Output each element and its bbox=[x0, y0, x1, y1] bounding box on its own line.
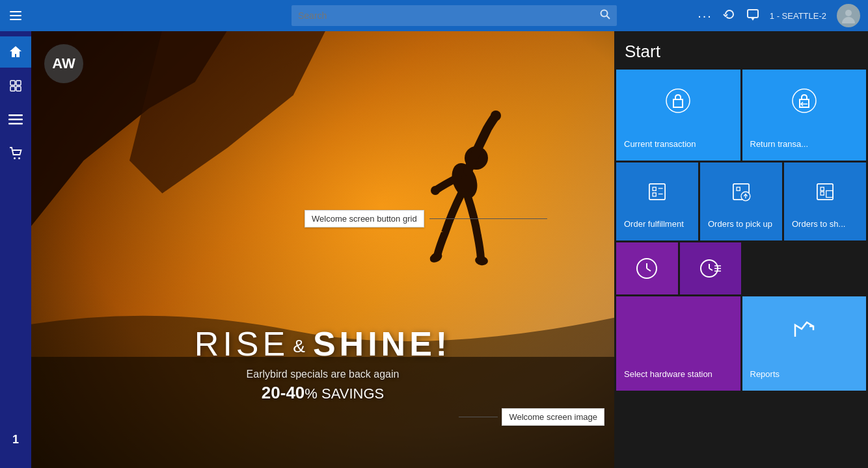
sidebar-item-home[interactable] bbox=[0, 36, 31, 68]
svg-point-6 bbox=[845, 10, 852, 16]
climber-silhouette bbox=[367, 64, 549, 304]
svg-rect-8 bbox=[16, 81, 21, 85]
svg-rect-2 bbox=[10, 19, 21, 20]
hero-background: AW RISE&SHINE! Earlybird specials are ba… bbox=[31, 31, 614, 468]
orders-pickup-label: Orders to pick up bbox=[708, 219, 772, 230]
topbar-right: ··· 1 - SEATTLE-2 bbox=[698, 4, 868, 27]
order-fulfillment-label: Order fulfillment bbox=[624, 219, 684, 230]
reports-label: Reports bbox=[750, 369, 780, 380]
svg-point-22 bbox=[666, 89, 690, 112]
refresh-button[interactable] bbox=[723, 8, 736, 24]
hero-savings: 20-40% SAVINGS bbox=[195, 383, 451, 403]
sidebar: 1 bbox=[0, 31, 31, 468]
current-transaction-label: Current transaction bbox=[624, 139, 696, 150]
tile-row-4: Select hardware station Reports bbox=[614, 296, 868, 391]
search-bar[interactable] bbox=[292, 5, 617, 26]
panel-title: Start bbox=[614, 31, 868, 70]
ship-icon bbox=[813, 179, 837, 204]
clock2-icon bbox=[699, 257, 722, 280]
return-transaction-label: Return transa... bbox=[750, 139, 809, 150]
svg-rect-0 bbox=[10, 11, 21, 12]
return-bag-icon bbox=[790, 86, 819, 115]
chat-button[interactable] bbox=[746, 8, 759, 24]
svg-line-4 bbox=[607, 16, 610, 20]
svg-point-14 bbox=[14, 157, 16, 159]
svg-point-15 bbox=[18, 157, 20, 159]
orders-ship-tile[interactable]: Orders to sh... bbox=[784, 162, 866, 240]
tile-row-3 bbox=[614, 242, 868, 294]
user-avatar[interactable] bbox=[837, 4, 860, 27]
sidebar-item-menu[interactable] bbox=[0, 104, 31, 135]
svg-point-18 bbox=[491, 110, 501, 121]
annotation-welcome-image: Welcome screen image bbox=[459, 408, 604, 426]
return-transaction-tile[interactable]: Return transa... bbox=[742, 70, 867, 161]
hero-text-block: RISE&SHINE! Earlybird specials are back … bbox=[195, 324, 451, 403]
select-hardware-label: Select hardware station bbox=[624, 369, 712, 380]
search-input[interactable] bbox=[298, 10, 600, 21]
svg-rect-13 bbox=[8, 123, 23, 125]
empty-spacer bbox=[743, 242, 866, 294]
svg-rect-25 bbox=[649, 184, 665, 200]
svg-rect-9 bbox=[10, 86, 15, 91]
annotation-button-grid-label: Welcome screen button grid bbox=[305, 210, 424, 228]
pickup-icon bbox=[729, 179, 753, 204]
svg-rect-36 bbox=[821, 192, 824, 195]
svg-rect-1 bbox=[10, 15, 21, 16]
svg-rect-35 bbox=[821, 187, 824, 190]
hero-subtitle: Earlybird specials are back again bbox=[195, 369, 451, 380]
fulfillment-icon bbox=[645, 179, 670, 204]
topbar: ··· 1 - SEATTLE-2 bbox=[0, 0, 868, 31]
sidebar-item-badge[interactable]: 1 bbox=[0, 424, 31, 455]
hero-area: AW RISE&SHINE! Earlybird specials are ba… bbox=[31, 31, 614, 468]
tile-row-1: Current transaction Return transa... bbox=[614, 70, 868, 161]
time-clock2-tile[interactable] bbox=[680, 242, 742, 294]
annotation-button-grid: Welcome screen button grid bbox=[305, 210, 547, 228]
store-label: 1 - SEATTLE-2 bbox=[770, 11, 826, 21]
svg-point-3 bbox=[601, 10, 608, 17]
reports-chart-icon bbox=[790, 313, 819, 342]
tile-row-2: Order fulfillment Orders to pick up Orde… bbox=[614, 162, 868, 240]
annotation-welcome-image-label: Welcome screen image bbox=[502, 408, 604, 426]
current-transaction-tile[interactable]: Current transaction bbox=[616, 70, 740, 161]
orders-ship-label: Orders to sh... bbox=[792, 219, 845, 230]
svg-point-21 bbox=[474, 255, 489, 266]
badge-number: 1 bbox=[12, 433, 19, 447]
sidebar-item-cart[interactable] bbox=[0, 138, 31, 169]
search-icon bbox=[600, 9, 610, 22]
shopping-bag-icon bbox=[664, 86, 692, 115]
right-panel: Start Current transaction Return transa.… bbox=[614, 31, 868, 468]
svg-rect-11 bbox=[8, 114, 23, 116]
svg-point-19 bbox=[431, 186, 440, 195]
svg-rect-5 bbox=[748, 10, 758, 18]
reports-tile[interactable]: Reports bbox=[742, 296, 867, 391]
hamburger-menu-button[interactable] bbox=[0, 0, 31, 31]
svg-rect-26 bbox=[653, 187, 656, 190]
svg-rect-12 bbox=[8, 119, 23, 121]
order-fulfillment-tile[interactable]: Order fulfillment bbox=[616, 162, 698, 240]
clock1-icon bbox=[635, 257, 658, 280]
svg-line-42 bbox=[709, 268, 712, 270]
svg-rect-27 bbox=[653, 193, 656, 196]
hero-title: RISE&SHINE! bbox=[195, 324, 451, 363]
time-clock1-tile[interactable] bbox=[616, 242, 678, 294]
svg-rect-10 bbox=[16, 86, 21, 91]
more-options-button[interactable]: ··· bbox=[698, 8, 712, 23]
select-hardware-tile[interactable]: Select hardware station bbox=[616, 296, 740, 391]
aw-logo: AW bbox=[44, 44, 83, 83]
svg-rect-7 bbox=[10, 81, 15, 85]
svg-rect-31 bbox=[737, 187, 740, 190]
svg-line-39 bbox=[647, 268, 651, 271]
svg-point-23 bbox=[793, 89, 816, 112]
orders-pickup-tile[interactable]: Orders to pick up bbox=[700, 162, 782, 240]
sidebar-item-products[interactable] bbox=[0, 70, 31, 101]
